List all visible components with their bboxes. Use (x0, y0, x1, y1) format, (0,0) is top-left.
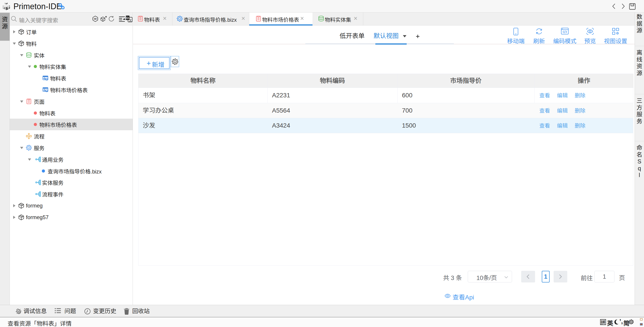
svg-text:En: En (126, 17, 129, 19)
svg-text:AI: AI (94, 18, 97, 20)
